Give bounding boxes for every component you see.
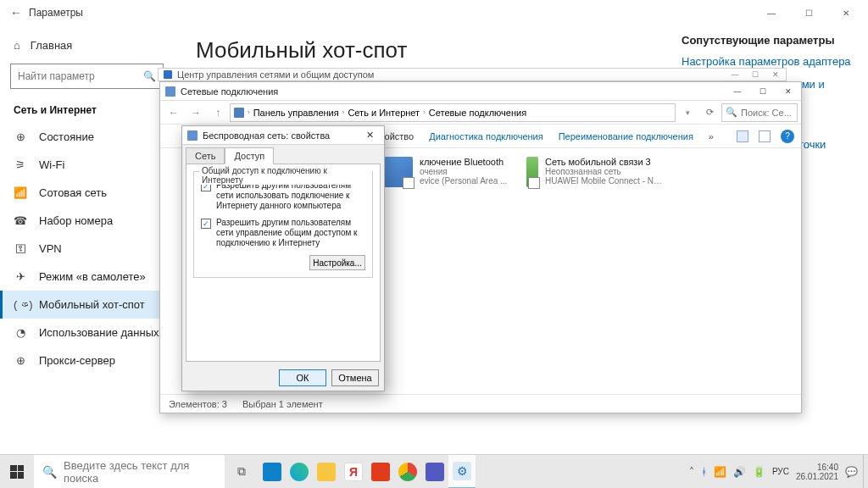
minimize-button[interactable]: —: [753, 0, 790, 25]
nav-item-wi-fi[interactable]: ⚞Wi-Fi: [0, 151, 174, 179]
explorer-addressbar: ← → ↑ › Панель управления › Сеть и Интер…: [160, 101, 801, 125]
app-yandex[interactable]: Я: [340, 455, 367, 489]
signal-icon[interactable]: 📶: [714, 466, 726, 478]
lang-indicator[interactable]: РУС: [772, 467, 789, 476]
link-adapter-settings[interactable]: Настройка параметров адаптера: [682, 55, 860, 68]
clock[interactable]: 16:40 26.01.2021: [796, 463, 838, 481]
help-button[interactable]: ?: [781, 130, 794, 143]
bluetooth-icon[interactable]: ᚼ: [701, 466, 707, 478]
edge-icon: [290, 463, 309, 481]
nav-up[interactable]: ↑: [208, 103, 228, 122]
nav-label: Прокси-сервер: [39, 354, 115, 367]
explorer-search[interactable]: 🔍 Поиск: Се...: [721, 103, 798, 122]
view-button[interactable]: [737, 130, 748, 142]
explorer-icon: [165, 86, 175, 97]
refresh-button[interactable]: ⟳: [699, 107, 720, 118]
tab-access[interactable]: Доступ: [225, 147, 274, 164]
app-settings[interactable]: ⚙: [448, 455, 476, 489]
checkbox-icon: ✓: [201, 219, 211, 229]
explorer-search-placeholder: Поиск: Се...: [741, 108, 792, 118]
volume-icon[interactable]: 🔊: [733, 466, 746, 478]
settings-button[interactable]: Настройка...: [309, 255, 365, 270]
cmd-rename[interactable]: Переименование подключения: [559, 131, 693, 141]
start-button[interactable]: [0, 455, 34, 489]
chevron-down-icon[interactable]: ▾: [677, 103, 698, 122]
breadcrumb[interactable]: › Панель управления › Сеть и Интернет › …: [230, 103, 676, 122]
settings-titlebar: ← Параметры — ☐ ✕: [0, 0, 868, 25]
chevron-icon: ›: [248, 108, 250, 116]
nav-back[interactable]: ←: [164, 103, 184, 122]
app-edge[interactable]: [286, 455, 313, 489]
system-tray: ˄ ᚼ 📶 🔊 🔋 РУС 16:40 26.01.2021 💬: [684, 463, 863, 481]
crumb[interactable]: Панель управления: [253, 108, 339, 118]
edge-legacy-icon: [263, 463, 281, 481]
nav-item-состояние[interactable]: ⊕Состояние: [0, 123, 174, 151]
close-button[interactable]: ✕: [360, 130, 379, 141]
nav-forward[interactable]: →: [186, 103, 206, 122]
check-label: Разрешить другим пользователям сети упра…: [216, 218, 365, 248]
dialog-title: Беспроводная сеть: свойства: [203, 130, 330, 141]
nav-item-мобильный-хот-спот[interactable]: (ဖ)Мобильный хот-спот: [0, 291, 174, 319]
taskview-button[interactable]: ⧉: [225, 464, 259, 479]
close-button[interactable]: ✕: [765, 70, 786, 79]
maximize-button[interactable]: ☐: [790, 0, 827, 25]
app-office[interactable]: [367, 455, 394, 489]
nav-icon: ⊕: [14, 130, 27, 143]
app-teams[interactable]: [421, 455, 448, 489]
checkbox-allow-manage[interactable]: ✓ Разрешить другим пользователям сети уп…: [201, 218, 365, 248]
nav-item-vpn[interactable]: ⚿VPN: [0, 235, 174, 263]
dialog-page: Общий доступ к подключению к Интернету ✓…: [186, 164, 381, 362]
nav-item-использование-данных[interactable]: ◔Использование данных: [0, 319, 174, 347]
tab-network[interactable]: Сеть: [186, 147, 225, 164]
taskbar-search-placeholder: Введите здесь текст для поиска: [64, 459, 216, 485]
group-legend: Общий доступ к подключению к Интернету: [199, 166, 372, 185]
back-button[interactable]: ←: [3, 6, 29, 19]
close-button[interactable]: ✕: [776, 82, 801, 101]
network-center-window[interactable]: Центр управления сетями и общим доступом…: [158, 68, 787, 81]
explorer-controls: — ☐ ✕: [725, 82, 801, 101]
action-center-icon[interactable]: 💬: [845, 466, 858, 478]
cancel-button[interactable]: Отмена: [331, 369, 379, 386]
crumb[interactable]: Сетевые подключения: [429, 108, 526, 118]
status-count: Элементов: 3: [169, 399, 227, 409]
cmd-diagnose[interactable]: Диагностика подключения: [429, 131, 542, 141]
conn-sub2: evice (Personal Area ...: [420, 176, 507, 186]
dialog-footer: ОК Отмена: [182, 365, 384, 391]
checkbox-allow-share[interactable]: ✓ Разрешить другим пользователям сети ис…: [201, 180, 365, 211]
maximize-button[interactable]: ☐: [750, 82, 776, 101]
nav-label: Режим «в самолете»: [39, 270, 146, 283]
minimize-button[interactable]: —: [725, 70, 745, 79]
close-button[interactable]: ✕: [827, 0, 865, 25]
dialog-titlebar[interactable]: Беспроводная сеть: свойства ✕: [182, 126, 384, 145]
nav-icon: ⊕: [14, 354, 27, 367]
conn-sub1: очения: [420, 167, 507, 176]
settings-sidebar: ⌂ Главная Найти параметр 🔍 Сеть и Интерн…: [0, 25, 174, 454]
nav-item-набор-номера[interactable]: ☎Набор номера: [0, 207, 174, 235]
taskbar-search[interactable]: 🔍 Введите здесь текст для поиска: [34, 455, 225, 489]
tray-up-icon[interactable]: ˄: [689, 466, 694, 478]
crumb[interactable]: Сеть и Интернет: [348, 108, 420, 118]
battery-icon[interactable]: 🔋: [753, 466, 765, 478]
sharing-group: Общий доступ к подключению к Интернету ✓…: [193, 171, 373, 278]
app-file-explorer[interactable]: [313, 455, 340, 489]
nav-item-прокси-сервер[interactable]: ⊕Прокси-сервер: [0, 347, 174, 374]
explorer-titlebar[interactable]: Сетевые подключения — ☐ ✕: [160, 82, 801, 101]
nav-item-режим-в-самолете-[interactable]: ✈Режим «в самолете»: [0, 263, 174, 291]
yandex-icon: Я: [344, 463, 363, 481]
connection-bluetooth[interactable]: ключение Bluetooth очения evice (Persona…: [379, 153, 523, 389]
show-desktop[interactable]: [863, 455, 868, 489]
conn-sub1: Неопознанная сеть: [545, 167, 664, 176]
maximize-button[interactable]: ☐: [745, 70, 765, 79]
cmd-more[interactable]: »: [709, 131, 714, 141]
home-link[interactable]: ⌂ Главная: [0, 32, 174, 58]
settings-search[interactable]: Найти параметр 🔍: [10, 64, 164, 89]
ok-button[interactable]: ОК: [279, 369, 326, 386]
settings-title: Параметры: [29, 7, 83, 19]
minimize-button[interactable]: —: [725, 82, 750, 101]
home-icon: ⌂: [14, 39, 20, 52]
connection-cellular[interactable]: Сеть мобильной связи 3 Неопознанная сеть…: [523, 153, 667, 389]
nav-item-сотовая-сеть[interactable]: 📶Сотовая сеть: [0, 179, 174, 207]
preview-pane-button[interactable]: [759, 130, 771, 142]
app-chrome[interactable]: [394, 455, 421, 489]
app-edge-legacy[interactable]: [259, 455, 286, 489]
